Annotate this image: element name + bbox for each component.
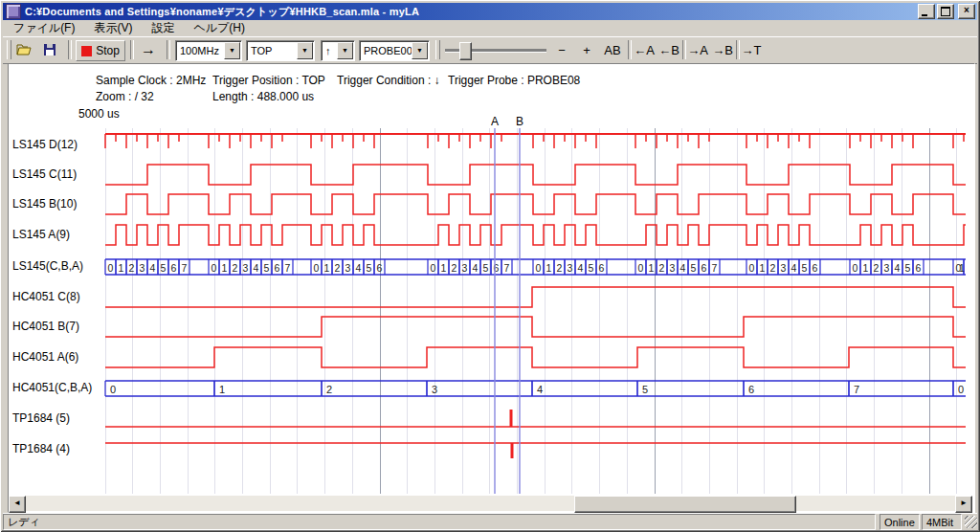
svg-text:3: 3 <box>345 262 351 274</box>
svg-text:0: 0 <box>108 262 114 274</box>
app-window: C:¥Documents and Settings¥noname¥デスクトップ¥… <box>0 0 980 532</box>
svg-text:3: 3 <box>884 262 890 274</box>
status-bar: レディ Online 4MBit <box>3 513 977 530</box>
svg-text:0: 0 <box>853 262 858 274</box>
svg-text:5: 5 <box>483 262 489 274</box>
svg-text:3: 3 <box>670 262 676 274</box>
svg-text:7: 7 <box>854 384 859 395</box>
svg-text:2: 2 <box>452 262 457 274</box>
svg-text:3: 3 <box>462 262 468 274</box>
svg-text:4: 4 <box>356 262 362 274</box>
svg-text:5: 5 <box>367 262 372 274</box>
svg-text:1: 1 <box>760 262 766 274</box>
svg-text:6: 6 <box>275 262 280 274</box>
svg-text:6: 6 <box>377 262 383 274</box>
svg-text:5: 5 <box>161 262 167 274</box>
svg-text:0: 0 <box>212 262 217 274</box>
svg-text:2: 2 <box>770 262 776 274</box>
svg-text:1: 1 <box>222 262 228 274</box>
svg-text:5: 5 <box>691 262 697 274</box>
svg-text:0: 0 <box>110 384 116 395</box>
svg-text:2: 2 <box>659 262 665 274</box>
svg-text:4: 4 <box>473 262 479 274</box>
svg-text:2: 2 <box>129 262 135 274</box>
svg-text:3: 3 <box>781 262 787 274</box>
svg-text:4: 4 <box>537 384 543 395</box>
svg-text:2: 2 <box>557 262 563 274</box>
svg-text:1: 1 <box>219 384 225 395</box>
svg-text:6: 6 <box>813 262 818 274</box>
svg-text:5: 5 <box>589 262 594 274</box>
svg-text:0: 0 <box>536 262 542 274</box>
svg-text:6: 6 <box>748 384 754 395</box>
svg-text:2: 2 <box>326 384 332 395</box>
svg-text:6: 6 <box>702 262 707 274</box>
svg-text:4: 4 <box>895 262 901 274</box>
svg-text:2: 2 <box>335 262 341 274</box>
svg-text:1: 1 <box>649 262 655 274</box>
svg-text:4: 4 <box>680 262 686 274</box>
status-memory: 4MBit <box>922 514 962 530</box>
svg-text:4: 4 <box>254 262 259 274</box>
svg-text:1: 1 <box>119 262 124 274</box>
svg-text:3: 3 <box>140 262 145 274</box>
waveform-plot[interactable]: 0123456701234567012345601234567012345601… <box>0 0 980 532</box>
svg-text:1: 1 <box>546 262 552 274</box>
svg-text:3: 3 <box>432 384 437 395</box>
svg-text:3: 3 <box>568 262 573 274</box>
svg-text:6: 6 <box>171 262 177 274</box>
horizontal-scrollbar[interactable]: ◄ ► <box>9 496 972 511</box>
svg-text:4: 4 <box>150 262 156 274</box>
svg-text:7: 7 <box>182 262 188 274</box>
svg-text:0: 0 <box>314 262 320 274</box>
svg-text:B: B <box>516 115 523 128</box>
svg-text:5: 5 <box>642 384 648 395</box>
svg-text:4: 4 <box>791 262 797 274</box>
svg-text:7: 7 <box>712 262 718 274</box>
svg-text:0: 0 <box>749 262 755 274</box>
svg-text:1: 1 <box>324 262 330 274</box>
svg-text:7: 7 <box>285 262 291 274</box>
svg-text:0: 0 <box>958 384 964 395</box>
svg-text:5: 5 <box>264 262 270 274</box>
svg-text:0: 0 <box>638 262 644 274</box>
resize-grip[interactable] <box>965 516 977 528</box>
scroll-right-button[interactable]: ► <box>955 496 972 513</box>
svg-text:1: 1 <box>863 262 869 274</box>
status-message: レディ <box>3 514 876 530</box>
scroll-left-button[interactable]: ◄ <box>9 496 26 513</box>
svg-text:2: 2 <box>233 262 238 274</box>
svg-text:5: 5 <box>802 262 808 274</box>
svg-text:3: 3 <box>243 262 249 274</box>
svg-text:A: A <box>491 115 499 128</box>
svg-text:6: 6 <box>599 262 605 274</box>
svg-text:0: 0 <box>431 262 436 274</box>
svg-text:4: 4 <box>578 262 584 274</box>
svg-text:7: 7 <box>504 262 510 274</box>
scrollbar-thumb[interactable] <box>574 496 796 513</box>
svg-text:6: 6 <box>916 262 922 274</box>
status-online: Online <box>880 514 920 530</box>
svg-text:1: 1 <box>441 262 447 274</box>
svg-text:2: 2 <box>874 262 880 274</box>
svg-text:5: 5 <box>905 262 911 274</box>
svg-text:1: 1 <box>959 262 965 274</box>
